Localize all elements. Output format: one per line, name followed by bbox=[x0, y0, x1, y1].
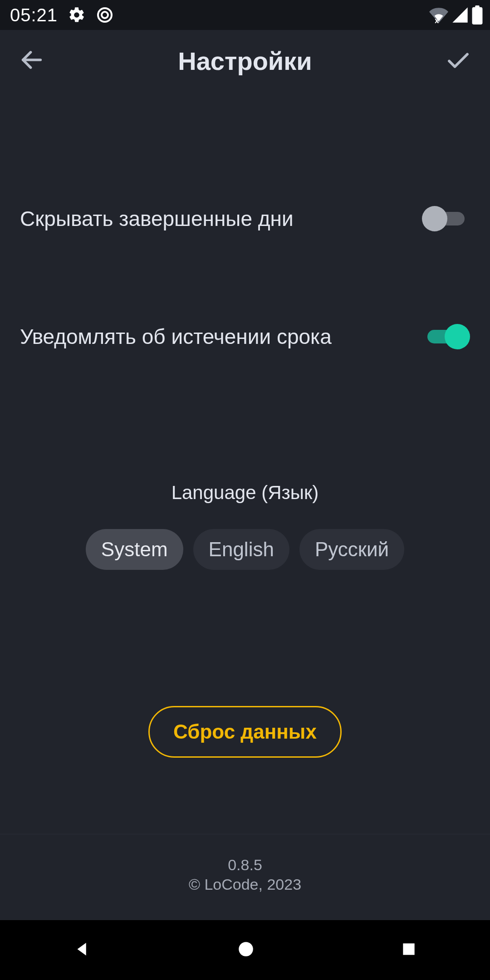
footer: 0.8.5 © LoCode, 2023 bbox=[0, 834, 490, 920]
no-disturb-icon bbox=[96, 6, 114, 24]
page-title: Настройки bbox=[0, 46, 490, 76]
setting-hide-completed: Скрывать завершенные дни bbox=[0, 205, 490, 232]
triangle-back-icon bbox=[73, 940, 92, 960]
battery-icon bbox=[472, 5, 483, 24]
confirm-button[interactable] bbox=[436, 39, 480, 83]
settings-gear-icon bbox=[68, 6, 86, 24]
nav-home-button[interactable] bbox=[236, 940, 255, 960]
svg-point-6 bbox=[239, 942, 253, 956]
setting-notify-expiry: Уведомлять об истечении срока bbox=[0, 323, 490, 350]
svg-rect-4 bbox=[475, 5, 480, 8]
setting-notify-expiry-label: Уведомлять об истечении срока bbox=[20, 324, 332, 349]
language-chip-russian[interactable]: Русский bbox=[299, 529, 404, 570]
footer-version: 0.8.5 bbox=[0, 855, 490, 875]
circle-home-icon bbox=[236, 940, 255, 960]
language-chip-english[interactable]: English bbox=[193, 529, 289, 570]
wifi-icon: x bbox=[429, 5, 448, 24]
arrow-left-icon bbox=[19, 47, 45, 75]
nav-back-button[interactable] bbox=[73, 940, 92, 960]
status-bar: 05:21 x bbox=[0, 0, 490, 30]
svg-text:x: x bbox=[435, 17, 440, 24]
language-options: System English Русский bbox=[0, 529, 490, 570]
svg-point-1 bbox=[102, 12, 108, 18]
language-section: Language (Язык) System English Русский bbox=[0, 482, 490, 570]
status-time: 05:21 bbox=[10, 5, 58, 25]
language-chip-system[interactable]: System bbox=[86, 529, 183, 570]
reset-data-button[interactable]: Сброс данных bbox=[148, 706, 342, 758]
cell-signal-icon bbox=[451, 6, 469, 24]
language-title: Language (Язык) bbox=[0, 482, 490, 504]
svg-rect-7 bbox=[403, 943, 415, 955]
nav-recent-button[interactable] bbox=[400, 941, 417, 960]
setting-hide-completed-label: Скрывать завершенные дни bbox=[20, 206, 294, 231]
check-icon bbox=[445, 46, 472, 75]
android-nav-bar bbox=[0, 920, 490, 980]
toggle-notify-expiry[interactable] bbox=[422, 323, 470, 350]
svg-rect-3 bbox=[472, 7, 483, 24]
app-bar: Настройки bbox=[0, 30, 490, 92]
content-area: Скрывать завершенные дни Уведомлять об и… bbox=[0, 92, 490, 920]
back-button[interactable] bbox=[10, 39, 54, 83]
svg-point-0 bbox=[98, 8, 112, 22]
toggle-hide-completed[interactable] bbox=[422, 205, 470, 232]
footer-copyright: © LoCode, 2023 bbox=[0, 875, 490, 894]
square-recent-icon bbox=[400, 941, 417, 960]
